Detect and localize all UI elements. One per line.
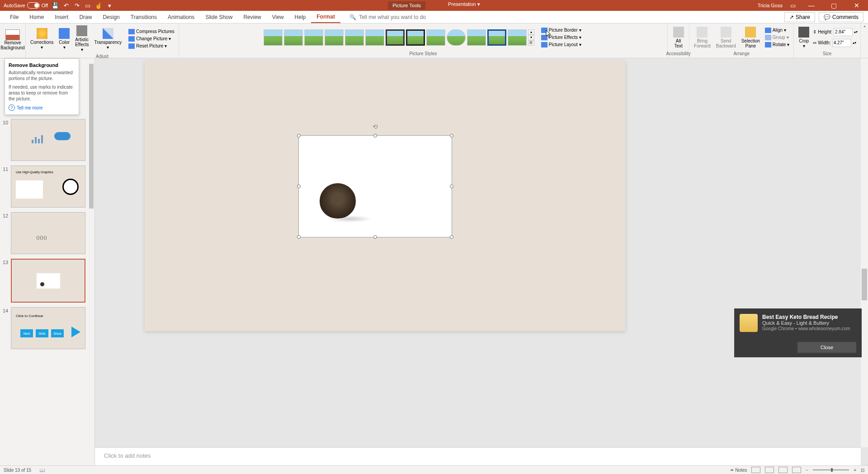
- slide-thumb-11[interactable]: Use High-Quality Graphics: [11, 166, 85, 208]
- selection-pane-button[interactable]: Selection Pane: [740, 26, 762, 49]
- spinner-icon[interactable]: ▴▾: [854, 30, 858, 34]
- user-name[interactable]: Tricia Goss: [758, 3, 783, 8]
- slide-thumb-14[interactable]: Click to Continue Next Slide Show: [11, 307, 85, 349]
- present-icon[interactable]: ▭: [84, 2, 91, 9]
- slide-thumb-12[interactable]: ⟨⟩⟨⟩⟨⟩: [11, 212, 85, 254]
- spell-check-icon[interactable]: 📖: [39, 468, 45, 473]
- picture-layout-button[interactable]: Picture Layout ▾: [540, 42, 583, 48]
- tell-me-search[interactable]: 🔍: [349, 14, 440, 20]
- style-thumb[interactable]: [365, 29, 384, 46]
- customize-qa-icon[interactable]: ▾: [106, 2, 113, 9]
- style-thumb[interactable]: [426, 29, 445, 46]
- share-button[interactable]: ↗ Share: [784, 12, 815, 22]
- canvas-scrollbar[interactable]: [861, 58, 868, 447]
- maximize-button[interactable]: ▢: [826, 0, 842, 11]
- redo-icon[interactable]: ↷: [73, 2, 80, 9]
- tab-design[interactable]: Design: [97, 12, 125, 23]
- picture-tools-tab[interactable]: Picture Tools: [388, 1, 425, 9]
- slide-thumb-13[interactable]: [11, 259, 85, 303]
- crop-button[interactable]: Crop▾: [797, 26, 811, 49]
- comments-button[interactable]: 💬 Comments: [819, 12, 863, 22]
- slide-canvas[interactable]: ⟲: [145, 61, 625, 331]
- corrections-button[interactable]: Corrections▾: [28, 27, 55, 51]
- notification-close-button[interactable]: Close: [797, 342, 856, 353]
- change-picture-button[interactable]: Change Picture ▾: [127, 36, 175, 42]
- bring-forward-button[interactable]: Bring Forward: [692, 26, 712, 49]
- zoom-in-button[interactable]: +: [854, 468, 856, 473]
- spinner-icon[interactable]: ▴▾: [853, 41, 856, 45]
- gallery-up-button[interactable]: ▴: [528, 29, 534, 35]
- zoom-slider[interactable]: [813, 469, 849, 470]
- tab-animations[interactable]: Animations: [162, 12, 200, 23]
- presentation-name[interactable]: Presentation ▾: [448, 1, 480, 9]
- style-thumb[interactable]: [304, 29, 323, 46]
- gallery-more-button[interactable]: ⊟: [528, 40, 534, 46]
- resize-handle[interactable]: [450, 134, 453, 137]
- picture-border-button[interactable]: Picture Border ▾: [540, 27, 583, 33]
- autosave-toggle[interactable]: AutoSave Off: [4, 2, 48, 9]
- normal-view-button[interactable]: [751, 467, 760, 473]
- selected-image[interactable]: ⟲: [298, 135, 452, 237]
- style-thumb[interactable]: [447, 29, 466, 46]
- send-backward-button[interactable]: Send Backward: [714, 26, 738, 49]
- style-thumb[interactable]: [345, 29, 364, 46]
- width-input[interactable]: [832, 39, 851, 47]
- slide-counter[interactable]: Slide 13 of 15: [4, 468, 31, 473]
- style-thumb[interactable]: [264, 29, 283, 46]
- group-button[interactable]: Group ▾: [764, 34, 791, 41]
- slide-thumb-10[interactable]: [11, 119, 85, 161]
- resize-handle[interactable]: [297, 134, 301, 137]
- slideshow-view-button[interactable]: [792, 467, 801, 473]
- resize-handle[interactable]: [373, 235, 377, 239]
- resize-handle[interactable]: [450, 185, 453, 188]
- picture-effects-button[interactable]: Picture Effects ▾: [540, 34, 583, 41]
- save-icon[interactable]: 💾: [52, 2, 59, 9]
- tab-view[interactable]: View: [267, 12, 289, 23]
- remove-background-button[interactable]: Remove Background: [0, 28, 27, 51]
- style-thumb[interactable]: [508, 29, 527, 46]
- reading-view-button[interactable]: [778, 467, 788, 473]
- tab-insert[interactable]: Insert: [49, 12, 74, 23]
- style-thumb[interactable]: [386, 29, 405, 46]
- notes-input[interactable]: Click to add notes: [95, 447, 861, 465]
- zoom-out-button[interactable]: −: [806, 468, 808, 473]
- close-button[interactable]: ✕: [849, 0, 864, 11]
- color-button[interactable]: Color▾: [57, 27, 71, 51]
- slide-canvas-area[interactable]: ⟲ Click to add notes Best Easy Keto: [95, 58, 868, 465]
- style-thumb[interactable]: [325, 29, 344, 46]
- undo-icon[interactable]: ↶: [62, 2, 70, 9]
- tab-transitions[interactable]: Transitions: [125, 12, 162, 23]
- slide-sorter-button[interactable]: [765, 467, 774, 473]
- collapse-ribbon-icon[interactable]: ˄: [863, 25, 866, 30]
- tab-home[interactable]: Home: [24, 12, 49, 23]
- chrome-notification[interactable]: Best Easy Keto Bread Recipe Quick & Easy…: [734, 308, 862, 357]
- panel-scrollbar[interactable]: [88, 58, 94, 465]
- touch-icon[interactable]: ☝: [95, 2, 102, 9]
- minimize-button[interactable]: —: [803, 0, 819, 11]
- resize-handle[interactable]: [297, 235, 301, 239]
- search-input[interactable]: [359, 14, 440, 20]
- tab-format[interactable]: Format: [311, 11, 340, 23]
- resize-handle[interactable]: [373, 134, 377, 137]
- reset-picture-button[interactable]: Reset Picture ▾: [127, 43, 175, 49]
- rotation-handle-icon[interactable]: ⟲: [373, 123, 378, 130]
- style-thumb[interactable]: [467, 29, 486, 46]
- height-input[interactable]: [834, 28, 853, 36]
- tab-slideshow[interactable]: Slide Show: [200, 12, 238, 23]
- gallery-down-button[interactable]: ▾: [528, 35, 534, 40]
- style-thumb[interactable]: [284, 29, 303, 46]
- ribbon-display-icon[interactable]: ▭: [789, 2, 797, 9]
- align-button[interactable]: Align ▾: [764, 27, 791, 33]
- tell-me-more-link[interactable]: ?Tell me more: [9, 104, 75, 111]
- transparency-button[interactable]: Transparency▾: [93, 27, 124, 51]
- style-thumb[interactable]: [487, 29, 506, 46]
- alt-text-button[interactable]: Alt Text: [671, 26, 686, 49]
- notes-toggle[interactable]: ≐ Notes: [730, 468, 747, 473]
- style-thumb[interactable]: [406, 29, 425, 46]
- tab-file[interactable]: File: [5, 12, 24, 23]
- tab-help[interactable]: Help: [289, 12, 311, 23]
- tab-draw[interactable]: Draw: [74, 12, 97, 23]
- fit-to-window-button[interactable]: ⊡: [861, 468, 864, 473]
- compress-pictures-button[interactable]: Compress Pictures: [127, 28, 175, 35]
- resize-handle[interactable]: [450, 235, 453, 239]
